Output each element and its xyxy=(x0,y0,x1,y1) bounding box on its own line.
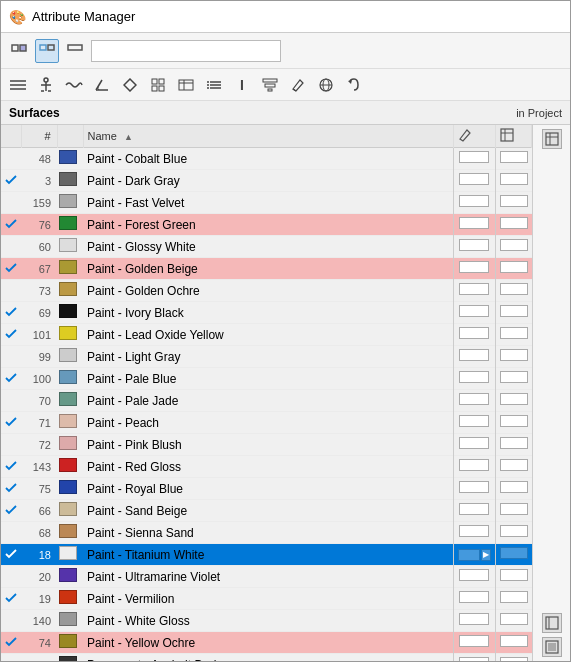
row-edit-box[interactable] xyxy=(453,478,495,500)
diamond-icon[interactable] xyxy=(119,74,141,96)
row-edit-box[interactable] xyxy=(453,368,495,390)
table-icon[interactable] xyxy=(175,74,197,96)
row-extra-box[interactable] xyxy=(495,324,532,346)
layers-icon[interactable] xyxy=(7,74,29,96)
row-edit-box[interactable] xyxy=(453,236,495,258)
search-input[interactable] xyxy=(91,40,281,62)
svg-rect-30 xyxy=(265,84,275,87)
panel-icon-3[interactable] xyxy=(542,637,562,657)
table-row[interactable]: 99Paint - Light Gray xyxy=(1,346,532,368)
row-edit-box[interactable] xyxy=(453,214,495,236)
view-btn-2[interactable] xyxy=(35,39,59,63)
row-name: Paint - Pale Blue xyxy=(83,368,453,390)
table-row[interactable]: 70Paint - Pale Jade xyxy=(1,390,532,412)
row-extra-box[interactable] xyxy=(495,544,532,566)
text-icon[interactable]: I xyxy=(231,74,253,96)
row-edit-box[interactable] xyxy=(453,632,495,654)
row-edit-box[interactable] xyxy=(453,258,495,280)
table-row[interactable]: 69Paint - Ivory Black xyxy=(1,302,532,324)
angle-icon[interactable] xyxy=(91,74,113,96)
table-row[interactable]: 75Paint - Royal Blue xyxy=(1,478,532,500)
row-extra-box[interactable] xyxy=(495,522,532,544)
row-edit-box[interactable] xyxy=(453,390,495,412)
row-extra-box[interactable] xyxy=(495,412,532,434)
table-row[interactable]: 74Paint - Yellow Ochre xyxy=(1,632,532,654)
table-row[interactable]: 76Paint - Forest Green xyxy=(1,214,532,236)
row-extra-box[interactable] xyxy=(495,258,532,280)
view-btn-3[interactable] xyxy=(63,39,87,63)
svg-rect-20 xyxy=(179,80,193,90)
pencil-icon[interactable] xyxy=(287,74,309,96)
row-extra-box[interactable] xyxy=(495,214,532,236)
table-row[interactable]: 20Paint - Ultramarine Violet xyxy=(1,566,532,588)
row-extra-box[interactable] xyxy=(495,456,532,478)
grid-icon[interactable] xyxy=(147,74,169,96)
row-edit-box[interactable] xyxy=(453,280,495,302)
row-extra-box[interactable] xyxy=(495,478,532,500)
row-extra-box[interactable] xyxy=(495,368,532,390)
table-row[interactable]: 84Pavement - Asphalt Dark xyxy=(1,654,532,662)
row-edit-box[interactable] xyxy=(453,522,495,544)
table-row[interactable]: 72Paint - Pink Blush xyxy=(1,434,532,456)
table-row[interactable]: 19Paint - Vermilion xyxy=(1,588,532,610)
list-icon[interactable] xyxy=(203,74,225,96)
table-row[interactable]: 60Paint - Glossy White xyxy=(1,236,532,258)
row-extra-box[interactable] xyxy=(495,588,532,610)
table-row[interactable]: 71Paint - Peach xyxy=(1,412,532,434)
panel-icon-2[interactable] xyxy=(542,613,562,633)
table-row[interactable]: 101Paint - Lead Oxide Yellow xyxy=(1,324,532,346)
row-extra-box[interactable] xyxy=(495,302,532,324)
globe-icon[interactable] xyxy=(315,74,337,96)
table-row[interactable]: 3Paint - Dark Gray xyxy=(1,170,532,192)
row-edit-box[interactable] xyxy=(453,192,495,214)
row-extra-box[interactable] xyxy=(495,148,532,170)
table-row[interactable]: 73Paint - Golden Ochre xyxy=(1,280,532,302)
table-row[interactable]: 48Paint - Cobalt Blue xyxy=(1,148,532,170)
right-panel xyxy=(532,125,570,661)
row-edit-box[interactable] xyxy=(453,456,495,478)
row-extra-box[interactable] xyxy=(495,280,532,302)
row-edit-box[interactable] xyxy=(453,500,495,522)
row-edit-box[interactable] xyxy=(453,302,495,324)
row-extra-box[interactable] xyxy=(495,236,532,258)
row-extra-box[interactable] xyxy=(495,390,532,412)
table-row[interactable]: 68Paint - Sienna Sand xyxy=(1,522,532,544)
row-extra-box[interactable] xyxy=(495,346,532,368)
view-btn-1[interactable] xyxy=(7,39,31,63)
table-row[interactable]: 100Paint - Pale Blue xyxy=(1,368,532,390)
undo-icon[interactable] xyxy=(343,74,365,96)
row-extra-box[interactable] xyxy=(495,610,532,632)
row-extra-box[interactable] xyxy=(495,632,532,654)
table-scroll[interactable]: # Name ▲ 48Pai xyxy=(1,125,532,661)
row-edit-box[interactable] xyxy=(453,434,495,456)
row-extra-box[interactable] xyxy=(495,654,532,662)
row-edit-box[interactable] xyxy=(453,170,495,192)
table-row[interactable]: 18Paint - Titanium White▶ xyxy=(1,544,532,566)
col-header-name[interactable]: Name ▲ xyxy=(83,125,453,148)
row-edit-box[interactable] xyxy=(453,610,495,632)
row-extra-box[interactable] xyxy=(495,170,532,192)
row-edit-box[interactable] xyxy=(453,566,495,588)
filter-icon[interactable] xyxy=(259,74,281,96)
wave-icon[interactable] xyxy=(63,74,85,96)
table-row[interactable]: 67Paint - Golden Beige xyxy=(1,258,532,280)
row-edit-box[interactable] xyxy=(453,324,495,346)
table-row[interactable]: 143Paint - Red Gloss xyxy=(1,456,532,478)
table-row[interactable]: 159Paint - Fast Velvet xyxy=(1,192,532,214)
row-edit-box[interactable] xyxy=(453,654,495,662)
row-extra-box[interactable] xyxy=(495,566,532,588)
row-edit-box[interactable] xyxy=(453,412,495,434)
row-edit-box[interactable] xyxy=(453,148,495,170)
row-extra-box[interactable] xyxy=(495,500,532,522)
row-extra-box[interactable] xyxy=(495,434,532,456)
row-edit-box[interactable] xyxy=(453,588,495,610)
table-row[interactable]: 66Paint - Sand Beige xyxy=(1,500,532,522)
anchor-icon[interactable] xyxy=(35,74,57,96)
row-edit-box[interactable] xyxy=(453,346,495,368)
row-color-swatch xyxy=(57,434,83,456)
row-name: Paint - Titanium White xyxy=(83,544,453,566)
panel-icon-1[interactable] xyxy=(542,129,562,149)
row-extra-box[interactable] xyxy=(495,192,532,214)
row-edit-box[interactable]: ▶ xyxy=(453,544,495,566)
table-row[interactable]: 140Paint - White Gloss xyxy=(1,610,532,632)
